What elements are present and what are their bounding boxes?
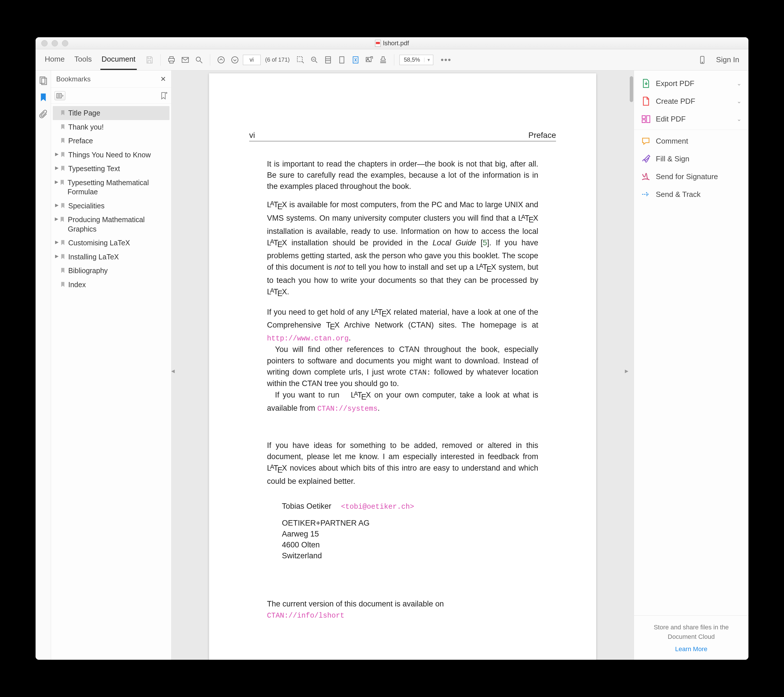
bookmarks-nav-icon[interactable]	[38, 92, 48, 102]
send-for-signature-tool[interactable]: Send for Signature	[634, 168, 748, 186]
bookmark-icon	[59, 215, 65, 223]
fill-sign-tool[interactable]: Fill & Sign	[634, 150, 748, 168]
paragraph: You will find other references to CTAN t…	[267, 344, 538, 389]
create-pdf-icon	[641, 96, 651, 106]
signature-block: Tobias Oetiker <tobi@oetiker.ch>	[282, 501, 538, 512]
expand-icon	[54, 136, 60, 137]
bookmark-item[interactable]: ▶Things You Need to Know	[53, 148, 170, 162]
svg-point-3	[231, 56, 238, 63]
tab-home[interactable]: Home	[44, 49, 66, 70]
paragraph: If you want to run LATEX on your own com…	[267, 389, 538, 414]
bookmark-item[interactable]: ▶Customising LaTeX	[53, 236, 170, 250]
paragraph: The current version of this document is …	[267, 598, 538, 610]
lshort-ctan-link[interactable]: CTAN://info/lshort	[267, 612, 344, 620]
pdf-page: vi Preface It is important to read the c…	[209, 73, 596, 660]
scroll-thumb[interactable]	[630, 76, 633, 102]
email-icon[interactable]	[180, 54, 191, 66]
bookmark-options-button[interactable]	[54, 91, 65, 100]
paragraph: LATEX is available for most computers, f…	[267, 199, 538, 299]
author-email-link[interactable]: <tobi@oetiker.ch>	[341, 503, 414, 511]
chevron-down-icon: ▼	[424, 58, 433, 62]
bookmark-icon	[60, 202, 66, 209]
ctan-systems-link[interactable]: CTAN://systems	[318, 405, 378, 413]
collapse-right-handle[interactable]: ▶	[625, 365, 628, 376]
window-controls	[36, 40, 68, 46]
bookmark-icon	[60, 164, 66, 172]
page-number-input[interactable]	[243, 55, 261, 65]
zoom-window-button[interactable]	[62, 40, 68, 46]
marquee-zoom-icon[interactable]	[295, 54, 306, 66]
paragraph: If you need to get hold of any LATEX rel…	[267, 306, 538, 344]
bookmarks-list: Title PageThank you!Preface▶Things You N…	[51, 104, 171, 660]
bookmark-item[interactable]: ▶Producing Mathematical Graphics	[53, 213, 170, 236]
bookmark-item[interactable]: Bibliography	[53, 264, 170, 278]
edit-pdf-tool[interactable]: Edit PDF ⌄	[634, 110, 748, 130]
zoom-value: 58,5%	[400, 56, 424, 63]
expand-icon[interactable]: ▶	[54, 238, 60, 245]
comment-tool[interactable]: Comment	[634, 132, 748, 150]
scrollbar[interactable]	[629, 71, 634, 660]
expand-icon[interactable]: ▶	[54, 201, 60, 208]
expand-icon[interactable]: ▶	[54, 150, 60, 157]
page-down-icon[interactable]	[229, 54, 240, 66]
add-bookmark-icon[interactable]	[159, 91, 168, 100]
fit-width-icon[interactable]	[322, 54, 334, 66]
bookmark-item[interactable]: Title Page	[53, 106, 170, 120]
toolbar: Home Tools Document (6 of 171) 58,5% ▼ •…	[36, 49, 748, 71]
more-tools-button[interactable]: •••	[436, 55, 457, 65]
send-signature-icon	[641, 172, 651, 181]
send-track-tool[interactable]: Send & Track	[634, 186, 748, 203]
collapse-left-handle[interactable]: ◀	[171, 365, 175, 376]
bookmark-item[interactable]: ▶Typesetting Mathematical Formulae	[53, 176, 170, 199]
create-pdf-tool[interactable]: Create PDF ⌄	[634, 92, 748, 110]
sign-in-link[interactable]: Sign In	[710, 55, 745, 64]
bookmark-icon	[60, 109, 66, 116]
fit-visible-icon[interactable]	[350, 54, 361, 66]
fit-page-icon[interactable]	[336, 54, 348, 66]
close-window-button[interactable]	[41, 40, 48, 46]
expand-icon[interactable]: ▶	[54, 252, 60, 259]
zoom-out-icon[interactable]	[308, 54, 320, 66]
stamp-icon[interactable]	[377, 54, 389, 66]
bookmark-item[interactable]: Index	[53, 278, 170, 292]
expand-icon[interactable]: ▶	[54, 164, 60, 171]
bookmark-icon	[60, 123, 66, 130]
bookmark-item[interactable]: ▶Typesetting Text	[53, 162, 170, 176]
tab-tools[interactable]: Tools	[73, 49, 93, 70]
tab-document[interactable]: Document	[100, 49, 137, 70]
close-panel-icon[interactable]: ✕	[160, 75, 166, 83]
nav-strip	[36, 71, 51, 660]
insert-image-icon[interactable]	[364, 54, 375, 66]
bookmark-item[interactable]: Thank you!	[53, 120, 170, 134]
edit-pdf-icon	[641, 114, 651, 124]
chevron-down-icon: ⌄	[737, 80, 741, 87]
minimize-window-button[interactable]	[52, 40, 58, 46]
bookmark-label: Typesetting Text	[68, 164, 120, 173]
bookmark-item[interactable]: ▶Specialities	[53, 199, 170, 213]
page-heading: Preface	[529, 131, 556, 140]
ctan-link[interactable]: http://www.ctan.org	[267, 334, 349, 343]
bookmark-label: Customising LaTeX	[68, 238, 130, 248]
bookmark-item[interactable]: Preface	[53, 134, 170, 148]
attachments-nav-icon[interactable]	[38, 109, 48, 118]
address-block: OETIKER+PARTNER AG Aarweg 15 4600 Olten …	[282, 518, 538, 561]
bookmark-icon	[59, 179, 65, 186]
thumbnails-nav-icon[interactable]	[38, 76, 48, 85]
learn-more-link[interactable]: Learn More	[641, 645, 741, 653]
bookmark-icon	[60, 151, 66, 158]
svg-rect-11	[700, 56, 704, 63]
document-viewport[interactable]: ◀ ▶ vi Preface It is important to read t…	[171, 71, 634, 660]
mobile-link-icon[interactable]	[697, 54, 708, 66]
titlebar: lshort.pdf	[36, 37, 748, 49]
zoom-level-select[interactable]: 58,5% ▼	[399, 55, 433, 65]
expand-icon[interactable]: ▶	[54, 178, 59, 184]
svg-rect-17	[642, 120, 645, 123]
save-icon[interactable]	[144, 54, 155, 66]
print-icon[interactable]	[166, 54, 177, 66]
page-up-icon[interactable]	[215, 54, 227, 66]
chevron-down-icon: ⌄	[737, 115, 741, 122]
bookmark-item[interactable]: ▶Installing LaTeX	[53, 250, 170, 264]
expand-icon[interactable]: ▶	[54, 215, 59, 222]
search-icon[interactable]	[193, 54, 205, 66]
export-pdf-tool[interactable]: Export PDF ⌄	[634, 74, 748, 92]
